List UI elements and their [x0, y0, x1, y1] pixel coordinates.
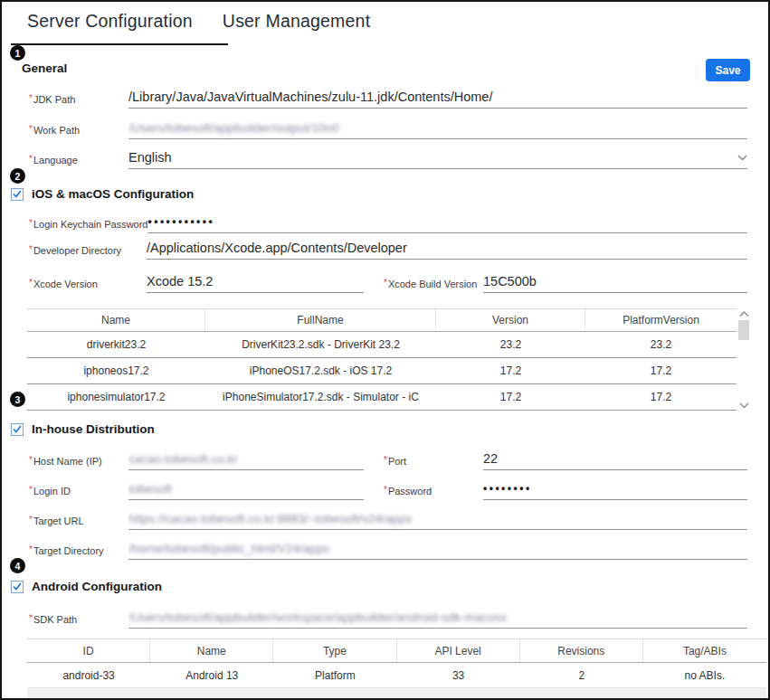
- required-asterisk: *: [384, 455, 387, 465]
- scroll-up-icon[interactable]: [739, 311, 749, 317]
- language-label: *Language: [29, 154, 128, 169]
- scrollbar-thumb[interactable]: [738, 320, 749, 340]
- cell-tag-abis[interactable]: no ABIs.: [643, 663, 766, 688]
- cell-fullname[interactable]: iPhoneSimulator17.2.sdk - Simulator - iC: [205, 384, 436, 410]
- login-keychain-password-input[interactable]: •••••••••••: [147, 214, 747, 233]
- developer-directory-row: *Developer Directory /Applications/Xcode…: [29, 241, 747, 260]
- target-directory-row: *Target Directory /home/tobesoft/public_…: [29, 541, 747, 560]
- table-row[interactable]: android-33 Android 13 Platform 33 2 no A…: [27, 663, 766, 689]
- cell-version[interactable]: 17.2: [436, 358, 585, 383]
- server-configuration-page: Server Configuration User Management 1 G…: [0, 0, 770, 700]
- required-asterisk: *: [29, 544, 33, 554]
- checkmark-icon: [13, 190, 22, 198]
- login-id-input[interactable]: tobesoft: [128, 482, 172, 496]
- tab-user-management[interactable]: User Management: [223, 11, 370, 32]
- column-header: Name: [150, 639, 273, 662]
- target-url-label: *Target URL: [29, 515, 128, 530]
- cell-platform-version[interactable]: 17.2: [585, 384, 737, 410]
- jdk-path-row: *JDK Path /Library/Java/JavaVirtualMachi…: [29, 90, 747, 109]
- xcode-version-input[interactable]: Xcode 15.2: [147, 274, 364, 293]
- column-header: ID: [27, 639, 150, 662]
- section-title-text: In-house Distribution: [32, 422, 155, 436]
- cell-name[interactable]: iphonesimulator17.2: [27, 384, 205, 410]
- section-title-text: iOS & macOS Configuration: [32, 187, 194, 201]
- cell-name[interactable]: driverkit23.2: [27, 332, 205, 357]
- horizontal-scrollbar[interactable]: [27, 687, 766, 698]
- android-section-header: Android Configuration: [11, 580, 162, 593]
- table-row[interactable]: iphoneos17.2 iPhoneOS17.2.sdk - iOS 17.2…: [27, 358, 737, 384]
- column-header: Revisions: [520, 639, 643, 662]
- jdk-path-input[interactable]: /Library/Java/JavaVirtualMachines/zulu-1…: [128, 90, 747, 109]
- target-url-row: *Target URL https://cacao.tobesoft.co.kr…: [29, 511, 747, 530]
- chevron-down-icon: [737, 155, 747, 161]
- jdk-path-label: *JDK Path: [29, 93, 128, 109]
- inhouse-section-checkbox[interactable]: [11, 423, 24, 436]
- xcode-build-version-input[interactable]: 15C500b: [483, 274, 747, 293]
- login-keychain-password-label: *Login Keychain Password: [29, 218, 147, 233]
- step-badge-2: 2: [10, 168, 25, 184]
- login-keychain-password-row: *Login Keychain Password •••••••••••: [29, 214, 747, 233]
- cell-version[interactable]: 23.2: [436, 332, 585, 357]
- checkmark-icon: [13, 425, 22, 433]
- sdk-path-input[interactable]: /Users/tobesoft/appbuilder/workspace/app…: [128, 610, 507, 624]
- xcode-version-row: *Xcode Version Xcode 15.2 *Xcode Build V…: [29, 274, 747, 293]
- required-asterisk: *: [29, 278, 33, 288]
- cell-fullname[interactable]: iPhoneOS17.2.sdk - iOS 17.2: [205, 358, 436, 383]
- tab-server-configuration[interactable]: Server Configuration: [27, 11, 193, 32]
- required-asterisk: *: [29, 93, 33, 103]
- required-asterisk: *: [29, 455, 33, 465]
- cell-id[interactable]: android-33: [27, 663, 150, 688]
- port-input[interactable]: 22: [483, 451, 747, 470]
- required-asterisk: *: [29, 485, 33, 495]
- scroll-down-icon[interactable]: [739, 402, 749, 409]
- ios-section-header: iOS & macOS Configuration: [11, 187, 194, 201]
- step-badge-4: 4: [10, 558, 25, 573]
- column-header: FullName: [205, 309, 436, 331]
- cell-name[interactable]: Android 13: [150, 663, 273, 688]
- required-asterisk: *: [29, 515, 33, 525]
- cell-fullname[interactable]: DriverKit23.2.sdk - DriverKit 23.2: [205, 332, 436, 357]
- android-table-header: ID Name Type API Level Revisions Tag/ABI…: [27, 639, 766, 663]
- required-asterisk: *: [29, 613, 33, 623]
- cell-name[interactable]: iphoneos17.2: [27, 358, 205, 383]
- vertical-scrollbar: [737, 308, 751, 411]
- cell-platform-version[interactable]: 17.2: [585, 358, 737, 383]
- required-asterisk: *: [29, 124, 33, 134]
- column-header: Tag/ABIs: [643, 639, 766, 662]
- target-directory-input[interactable]: /home/tobesoft/public_html/V24/apps: [128, 542, 329, 555]
- save-button[interactable]: Save: [706, 59, 750, 81]
- port-label: *Port: [384, 455, 483, 470]
- required-asterisk: *: [29, 244, 33, 254]
- column-header: Name: [27, 309, 205, 331]
- cell-api-level[interactable]: 33: [397, 663, 520, 688]
- ios-section-checkbox[interactable]: [11, 188, 24, 201]
- cell-platform-version[interactable]: 23.2: [585, 332, 737, 357]
- tab-bar: Server Configuration User Management: [27, 11, 370, 32]
- developer-directory-label: *Developer Directory: [29, 244, 147, 260]
- host-name-label: *Host Name (IP): [29, 455, 128, 470]
- cell-revisions[interactable]: 2: [520, 663, 643, 688]
- column-header: Type: [273, 639, 396, 662]
- active-tab-underline: [11, 43, 228, 45]
- work-path-input[interactable]: /Users/tobesoft/appbuilder/output/10n0: [128, 121, 339, 135]
- required-asterisk: *: [29, 154, 33, 164]
- table-row[interactable]: iphonesimulator17.2 iPhoneSimulator17.2.…: [27, 384, 737, 411]
- target-url-input[interactable]: https://cacao.tobesoft.co.kr:8883/~tobes…: [128, 512, 412, 525]
- column-header: API Level: [397, 639, 520, 662]
- ios-sdk-table: Name FullName Version PlatformVersion dr…: [27, 308, 751, 411]
- language-selected-value: English: [128, 150, 172, 166]
- ios-sdk-table-header: Name FullName Version PlatformVersion: [27, 308, 737, 332]
- language-select[interactable]: English: [128, 150, 747, 169]
- android-section-checkbox[interactable]: [11, 581, 24, 593]
- password-label: *Password: [384, 485, 483, 500]
- developer-directory-input[interactable]: /Applications/Xcode.app/Contents/Develop…: [147, 241, 747, 260]
- host-name-input[interactable]: cacao.tobesoft.co.kr: [128, 452, 238, 466]
- password-input[interactable]: ••••••••: [483, 481, 747, 500]
- cell-version[interactable]: 17.2: [436, 384, 585, 410]
- inhouse-section-header: In-house Distribution: [11, 422, 155, 436]
- cell-type[interactable]: Platform: [273, 663, 396, 688]
- login-password-row: *Login ID tobesoft *Password ••••••••: [29, 481, 747, 500]
- required-asterisk: *: [29, 218, 33, 228]
- android-platform-table: ID Name Type API Level Revisions Tag/ABI…: [27, 639, 766, 689]
- table-row[interactable]: driverkit23.2 DriverKit23.2.sdk - Driver…: [27, 332, 737, 358]
